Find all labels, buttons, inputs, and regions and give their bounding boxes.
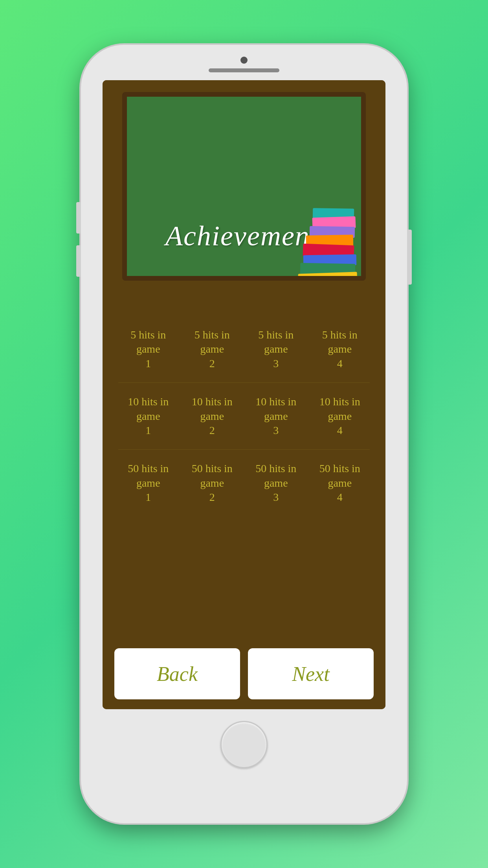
achievement-label: 50 hits in game4 <box>310 462 370 504</box>
achievement-label: 5 hits in game1 <box>118 328 178 371</box>
power-button[interactable] <box>407 230 412 285</box>
achievement-label: 10 hits in game2 <box>182 395 242 438</box>
back-button[interactable]: Back <box>114 648 240 699</box>
list-item: 5 hits in game4 <box>310 328 370 371</box>
header-area: Achievements <box>103 80 385 312</box>
achievements-area: 5 hits in game1 5 hits in game2 5 hits i… <box>103 312 385 638</box>
achievement-label: 50 hits in game1 <box>118 462 178 504</box>
list-item: 5 hits in game3 <box>246 328 306 371</box>
achievement-label: 50 hits in game2 <box>182 462 242 504</box>
screen: Achievements 5 hits in game1 <box>103 80 385 709</box>
achievement-label: 10 hits in game1 <box>118 395 178 438</box>
camera-icon <box>240 57 248 64</box>
list-item: 5 hits in game1 <box>118 328 178 371</box>
achievement-label: 5 hits in game4 <box>310 328 370 371</box>
next-button[interactable]: Next <box>248 648 374 699</box>
list-item: 50 hits in game4 <box>310 462 370 504</box>
list-item: 10 hits in game3 <box>246 395 306 438</box>
achievement-row-10hits: 10 hits in game1 10 hits in game2 10 hit… <box>118 387 370 445</box>
divider <box>118 383 370 383</box>
list-item: 10 hits in game1 <box>118 395 178 438</box>
achievement-label: 5 hits in game3 <box>246 328 306 371</box>
achievement-row-5hits: 5 hits in game1 5 hits in game2 5 hits i… <box>118 320 370 379</box>
divider <box>118 449 370 450</box>
achievement-label: 10 hits in game3 <box>246 395 306 438</box>
list-item: 5 hits in game2 <box>182 328 242 371</box>
achievement-label: 10 hits in game4 <box>310 395 370 438</box>
achievement-label: 50 hits in game3 <box>246 462 306 504</box>
phone-bottom <box>220 709 268 784</box>
achievement-label: 5 hits in game2 <box>182 328 242 371</box>
bottom-navigation: Back Next <box>103 638 385 709</box>
books-decoration <box>286 182 365 281</box>
volume-up-button[interactable] <box>76 202 81 234</box>
phone-frame: Achievements 5 hits in game1 <box>81 45 407 823</box>
achievement-row-50hits: 50 hits in game1 50 hits in game2 50 hit… <box>118 454 370 512</box>
chalkboard: Achievements <box>122 92 366 281</box>
list-item: 50 hits in game1 <box>118 462 178 504</box>
list-item: 50 hits in game3 <box>246 462 306 504</box>
home-button[interactable] <box>220 721 268 768</box>
volume-down-button[interactable] <box>76 245 81 277</box>
list-item: 50 hits in game2 <box>182 462 242 504</box>
list-item: 10 hits in game2 <box>182 395 242 438</box>
phone-top <box>81 45 407 72</box>
speaker <box>209 68 279 72</box>
list-item: 10 hits in game4 <box>310 395 370 438</box>
